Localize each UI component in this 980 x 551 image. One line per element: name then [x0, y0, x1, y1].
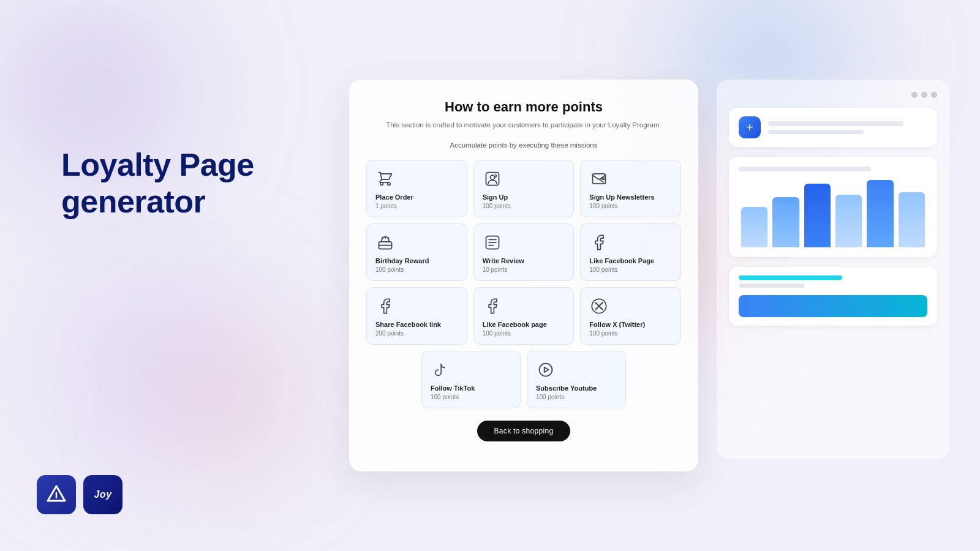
right-decorative-panel: + — [717, 80, 949, 459]
mission-tiktok[interactable]: Follow TikTok 100 points — [421, 351, 521, 408]
left-title: Loyalty Page generator — [61, 147, 254, 220]
chart-card — [729, 157, 937, 257]
svg-marker-16 — [545, 367, 549, 372]
missions-row-3: Share Facebook link 200 points Like Face… — [366, 287, 681, 345]
tiktok-name: Follow TikTok — [431, 384, 511, 392]
mission-share-fb[interactable]: Share Facebook link 200 points — [366, 287, 467, 345]
twitter-x-icon — [589, 296, 609, 316]
cart-icon — [375, 169, 395, 189]
tiktok-icon — [431, 360, 450, 380]
chart-bars — [739, 180, 927, 247]
main-panel-subtitle: This section is crafted to motivate your… — [366, 120, 681, 130]
facebook-like-icon — [589, 233, 609, 252]
youtube-name: Subscribe Youtube — [536, 384, 617, 392]
main-panel-title: How to earn more points — [366, 99, 681, 115]
share-facebook-icon — [375, 296, 395, 316]
svg-point-3 — [490, 175, 494, 179]
line-bar-1 — [768, 121, 903, 126]
follow-x-points: 100 points — [589, 330, 672, 337]
avada-logo-icon — [45, 484, 67, 506]
place-order-points: 1 points — [375, 203, 458, 209]
review-icon — [483, 233, 502, 252]
newsletter-icon — [589, 169, 609, 189]
browser-dots — [729, 92, 937, 98]
right-top-lines — [768, 121, 927, 134]
tiktok-points: 100 points — [431, 394, 511, 400]
mission-like-fb[interactable]: Like Facebook Page 100 points — [580, 223, 681, 281]
joy-app-icon[interactable]: Joy — [83, 475, 123, 514]
bar-2 — [772, 197, 799, 248]
line-bar-2 — [768, 130, 864, 134]
user-icon — [483, 169, 502, 189]
review-name: Write Review — [483, 257, 565, 264]
newsletters-name: Sign Up Newsletters — [589, 193, 672, 201]
bg-blob-2 — [0, 245, 337, 490]
mission-place-order[interactable]: Place Order 1 points — [366, 160, 467, 217]
mission-youtube[interactable]: Subscribe Youtube 100 points — [527, 351, 626, 408]
progress-lines — [739, 276, 927, 288]
chart-title-bar — [739, 167, 871, 171]
bar-1 — [741, 207, 767, 247]
svg-point-15 — [540, 364, 552, 377]
share-fb-name: Share Facebook link — [375, 321, 458, 328]
title-line1: Loyalty Page — [61, 147, 254, 182]
newsletters-points: 100 points — [589, 203, 672, 209]
mission-sign-up[interactable]: Sign Up 100 points — [473, 160, 575, 217]
missions-row-1: Place Order 1 points Sign Up 100 points — [366, 160, 681, 217]
birthday-name: Birthday Reward — [375, 257, 458, 264]
like-fb-points: 100 points — [589, 266, 672, 273]
review-points: 10 points — [483, 266, 565, 273]
facebook-icon-2 — [483, 296, 502, 316]
like-fb2-points: 100 points — [483, 330, 565, 337]
accumulate-text: Accumulate points by executing these mis… — [366, 141, 681, 149]
place-order-name: Place Order — [375, 193, 458, 201]
progress-bar-cyan — [739, 276, 842, 280]
sign-up-points: 100 points — [483, 203, 565, 209]
mission-birthday[interactable]: Birthday Reward 100 points — [366, 223, 467, 281]
app-icons-container: Joy — [37, 475, 123, 514]
mission-follow-x[interactable]: Follow X (Twitter) 100 points — [580, 287, 681, 345]
youtube-points: 100 points — [536, 394, 617, 400]
cta-gradient-button[interactable] — [739, 295, 927, 317]
follow-x-name: Follow X (Twitter) — [589, 321, 672, 328]
mission-review[interactable]: Write Review 10 points — [473, 223, 575, 281]
missions-row-4: Follow TikTok 100 points Subscribe Youtu… — [366, 351, 681, 408]
right-bottom-card — [729, 267, 937, 326]
back-to-shopping-button[interactable]: Back to shopping — [477, 421, 571, 441]
bar-3 — [804, 184, 831, 248]
joy-label: Joy — [94, 489, 111, 500]
bar-6 — [899, 192, 925, 247]
share-fb-points: 200 points — [375, 330, 458, 337]
youtube-icon — [536, 360, 556, 380]
bg-blob-5 — [123, 306, 337, 490]
avada-app-icon[interactable] — [37, 475, 76, 514]
bar-5 — [867, 180, 893, 247]
dot-1 — [911, 92, 918, 98]
title-line2: generator — [61, 184, 205, 219]
progress-bar-short — [739, 283, 805, 288]
birthday-points: 100 points — [375, 266, 458, 273]
dot-2 — [921, 92, 927, 98]
mission-like-fb2[interactable]: Like Facebook page 100 points — [473, 287, 575, 345]
right-top-card: + — [729, 108, 937, 147]
mission-newsletters[interactable]: Sign Up Newsletters 100 points — [580, 160, 681, 217]
bar-4 — [835, 195, 862, 247]
main-panel: How to earn more points This section is … — [349, 80, 698, 471]
like-fb-name: Like Facebook Page — [589, 257, 672, 264]
missions-row-2: Birthday Reward 100 points Write Review … — [366, 223, 681, 281]
sign-up-name: Sign Up — [483, 193, 565, 201]
birthday-icon — [375, 233, 395, 252]
dot-3 — [931, 92, 937, 98]
like-fb2-name: Like Facebook page — [483, 321, 565, 328]
plus-button[interactable]: + — [739, 116, 761, 138]
